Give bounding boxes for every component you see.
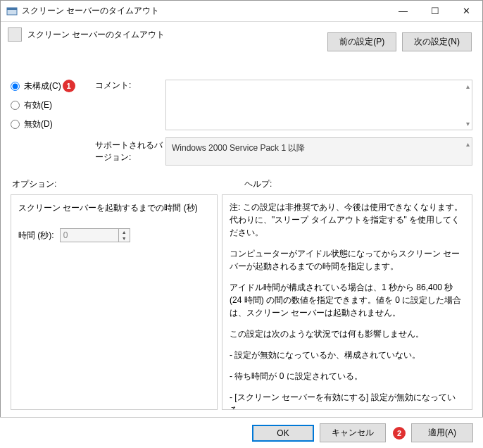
radio-enabled[interactable]: 有効(E) <box>11 99 95 111</box>
scroll-up-icon: ▴ <box>466 82 470 90</box>
help-label: ヘルプ: <box>244 178 272 190</box>
radio-not-configured-label: 未構成(C) <box>24 80 61 92</box>
help-text: 注: この設定は非推奨であり、今後は使用できなくなります。代わりに、"スリープ … <box>230 201 465 239</box>
spinner-down-icon[interactable]: ▼ <box>119 235 130 242</box>
annotation-badge-1: 1 <box>63 80 75 92</box>
scroll-down-icon: ▾ <box>466 120 470 127</box>
comment-label: コメント: <box>95 80 165 92</box>
policy-icon <box>8 27 22 42</box>
ok-button[interactable]: OK <box>252 425 314 442</box>
maximize-button[interactable]: ☐ <box>419 1 451 21</box>
spinner-up-icon[interactable]: ▲ <box>119 229 130 235</box>
radio-not-configured[interactable]: 未構成(C) 1 <box>11 80 95 92</box>
scroll-up-icon: ▴ <box>466 140 470 148</box>
close-button[interactable]: ✕ <box>451 1 482 21</box>
help-text: アイドル時間が構成されている場合は、1 秒から 86,400 秒 (24 時間)… <box>230 281 465 319</box>
supported-on-box: Windows 2000 Service Pack 1 以降 ▴ <box>165 137 472 166</box>
options-panel: スクリーン セーバーを起動するまでの時間 (秒) 時間 (秒): 0 ▲ ▼ <box>11 194 218 410</box>
svg-rect-1 <box>7 8 17 10</box>
time-seconds-spinner[interactable]: 0 ▲ ▼ <box>60 228 130 242</box>
radio-enabled-input[interactable] <box>11 101 20 110</box>
help-text: - 設定が無効になっているか、構成されていない。 <box>230 349 465 361</box>
radio-disabled-input[interactable] <box>11 120 20 129</box>
minimize-button[interactable]: — <box>387 1 419 21</box>
help-text: - [スクリーン セーバーを有効にする] 設定が無効になっている。 <box>230 391 465 410</box>
window-title: スクリーン セーバーのタイムアウト <box>22 5 387 17</box>
radio-enabled-label: 有効(E) <box>24 99 52 111</box>
footer: OK キャンセル 2 適用(A) <box>0 417 483 448</box>
radio-not-configured-input[interactable] <box>11 82 20 91</box>
radio-disabled[interactable]: 無効(D) <box>11 118 95 130</box>
options-label: オプション: <box>11 178 244 190</box>
apply-button[interactable]: 適用(A) <box>411 423 473 442</box>
help-text: この設定は次のような状況では何も影響しません。 <box>230 328 465 340</box>
help-text: - 待ち時間が 0 に設定されている。 <box>230 370 465 382</box>
help-panel: 注: この設定は非推奨であり、今後は使用できなくなります。代わりに、"スリープ … <box>222 194 472 410</box>
radio-disabled-label: 無効(D) <box>24 118 53 130</box>
supported-on-text: Windows 2000 Service Pack 1 以降 <box>172 143 305 153</box>
options-title: スクリーン セーバーを起動するまでの時間 (秒) <box>18 202 210 214</box>
titlebar: スクリーン セーバーのタイムアウト — ☐ ✕ <box>1 1 482 22</box>
time-seconds-label: 時間 (秒): <box>18 230 54 242</box>
cancel-button[interactable]: キャンセル <box>320 423 386 442</box>
supported-label: サポートされるバージョン: <box>95 139 165 163</box>
time-seconds-value: 0 <box>63 230 68 240</box>
annotation-badge-2: 2 <box>393 427 406 440</box>
window-icon <box>6 6 18 17</box>
help-text: コンピューターがアイドル状態になってからスクリーン セーバーが起動されるまでの時… <box>230 247 465 273</box>
comment-textarea[interactable]: ▴ ▾ <box>165 80 472 130</box>
state-radios: 未構成(C) 1 有効(E) 無効(D) <box>11 80 95 137</box>
